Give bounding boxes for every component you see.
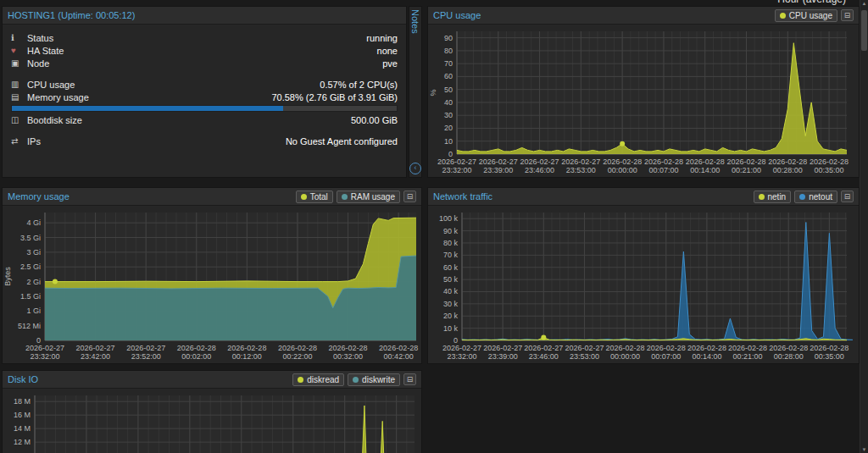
- svg-text:60: 60: [444, 72, 453, 80]
- status-row-value: 0.57% of 2 CPU(s): [320, 80, 398, 90]
- svg-text:2026-02-28: 2026-02-28: [603, 157, 642, 166]
- panel-title-disk: Disk IO: [8, 374, 38, 384]
- svg-text:23:42:00: 23:42:00: [81, 352, 110, 361]
- legend-dot-icon: [799, 194, 805, 200]
- cpu-chart-legend: CPU usage: [775, 9, 837, 22]
- svg-text:20 k: 20 k: [443, 312, 459, 320]
- svg-text:70: 70: [444, 59, 453, 68]
- vm-status-panel-header: HOSTING1 (Uptime: 00:05:12): [3, 7, 406, 25]
- cpu-usage-chart: 01020304050607080902026-02-2723:32:00202…: [428, 25, 859, 177]
- svg-text:23:53:00: 23:53:00: [566, 166, 596, 174]
- status-row: ▤Memory usage70.58% (2.76 GiB of 3.91 Gi…: [11, 91, 398, 103]
- svg-text:2026-02-27: 2026-02-27: [561, 157, 600, 166]
- legend-dot-icon: [780, 13, 786, 19]
- legend-label: diskwrite: [362, 375, 395, 384]
- svg-text:512 Mi: 512 Mi: [18, 322, 41, 330]
- status-row-label: HA State: [27, 46, 377, 56]
- svg-text:2026-02-28: 2026-02-28: [686, 157, 725, 166]
- svg-text:2026-02-28: 2026-02-28: [728, 344, 767, 352]
- svg-text:23:39:00: 23:39:00: [483, 166, 513, 174]
- legend-item-netout[interactable]: netout: [794, 191, 837, 203]
- scroll-up-icon[interactable]: ▲: [860, 1, 868, 6]
- notes-panel-label: Notes: [410, 9, 420, 34]
- svg-text:14 M: 14 M: [14, 424, 31, 433]
- scrollbar-thumb[interactable]: [861, 10, 867, 51]
- svg-text:%: %: [429, 89, 437, 96]
- legend-item-netin[interactable]: netin: [754, 191, 792, 203]
- svg-text:2026-02-28: 2026-02-28: [726, 157, 765, 166]
- svg-text:1 Gi: 1 Gi: [26, 307, 41, 315]
- legend-dot-icon: [353, 377, 359, 383]
- vertical-scrollbar[interactable]: ▲ ▼: [860, 0, 868, 453]
- svg-text:2026-02-28: 2026-02-28: [687, 344, 726, 352]
- svg-text:3.5 Gi: 3.5 Gi: [20, 234, 41, 242]
- svg-text:70 k: 70 k: [443, 251, 459, 259]
- svg-text:12 M: 12 M: [14, 438, 31, 446]
- svg-text:2026-02-28: 2026-02-28: [769, 344, 808, 352]
- svg-text:2026-02-28: 2026-02-28: [647, 344, 686, 352]
- status-row-label: CPU usage: [27, 80, 320, 90]
- legend-item-diskwrite[interactable]: diskwrite: [348, 373, 400, 386]
- svg-text:23:32:00: 23:32:00: [30, 352, 59, 361]
- memory-usage-panel: Memory usage TotalRAM usage ⊟ 0512 Mi1 G…: [2, 187, 422, 364]
- network-arrows-icon: ⇄: [11, 136, 27, 146]
- svg-text:4 Gi: 4 Gi: [26, 218, 41, 227]
- svg-text:00:32:00: 00:32:00: [333, 352, 363, 361]
- svg-text:00:07:00: 00:07:00: [651, 352, 681, 361]
- svg-text:00:35:00: 00:35:00: [815, 166, 844, 174]
- svg-text:18 M: 18 M: [14, 397, 31, 406]
- svg-text:00:22:00: 00:22:00: [282, 352, 312, 361]
- svg-text:00:00:00: 00:00:00: [610, 352, 640, 361]
- undock-chart-icon[interactable]: ⊟: [403, 373, 416, 385]
- svg-text:2026-02-27: 2026-02-27: [76, 344, 115, 352]
- cpu-usage-panel: CPU usage CPU usage ⊟ 010203040506070809…: [427, 6, 860, 178]
- svg-text:90: 90: [444, 34, 453, 42]
- svg-text:00:35:00: 00:35:00: [815, 352, 844, 361]
- svg-text:23:46:00: 23:46:00: [529, 352, 559, 361]
- status-row: ⇄IPsNo Guest Agent configured: [11, 135, 398, 147]
- memory-usage-chart: 0512 Mi1 Gi1.5 Gi2 Gi2.5 Gi3 Gi3.5 Gi4 G…: [3, 206, 421, 363]
- svg-text:2026-02-27: 2026-02-27: [483, 344, 522, 352]
- legend-label: netout: [809, 192, 832, 202]
- legend-label: netin: [768, 192, 787, 202]
- svg-text:00:21:00: 00:21:00: [733, 352, 763, 361]
- memory-icon: ▤: [11, 92, 27, 102]
- undock-chart-icon[interactable]: ⊟: [841, 9, 854, 21]
- scroll-down-icon[interactable]: ▼: [860, 447, 868, 452]
- svg-text:Bytes: Bytes: [3, 267, 12, 286]
- svg-text:90 k: 90 k: [443, 227, 459, 235]
- undock-chart-icon[interactable]: ⊟: [403, 191, 416, 202]
- svg-text:80 k: 80 k: [443, 239, 459, 247]
- svg-text:2026-02-28: 2026-02-28: [810, 344, 849, 352]
- svg-text:2026-02-28: 2026-02-28: [606, 344, 645, 352]
- legend-item-cpu-usage[interactable]: CPU usage: [775, 9, 837, 22]
- legend-item-diskread[interactable]: diskread: [292, 373, 344, 386]
- status-row-value: 500.00 GiB: [351, 115, 398, 125]
- legend-label: diskread: [307, 375, 339, 384]
- disk-chart-legend: diskreaddiskwrite: [292, 373, 400, 386]
- disk-io-chart: 02 M4 M6 M8 M10 M12 M14 M16 M18 M2026-02…: [3, 389, 421, 453]
- vm-title: HOSTING1 (Uptime: 00:05:12): [8, 10, 135, 20]
- svg-text:2026-02-28: 2026-02-28: [227, 344, 266, 352]
- svg-text:23:32:00: 23:32:00: [447, 352, 476, 361]
- svg-text:00:28:00: 00:28:00: [773, 166, 803, 174]
- svg-text:40: 40: [444, 98, 453, 107]
- svg-text:2026-02-27: 2026-02-27: [565, 344, 604, 352]
- svg-text:23:46:00: 23:46:00: [525, 166, 554, 174]
- svg-text:2026-02-28: 2026-02-28: [644, 157, 683, 166]
- status-row-label: IPs: [27, 136, 286, 146]
- svg-text:60 k: 60 k: [443, 263, 459, 272]
- panel-title-network: Network traffic: [433, 191, 492, 202]
- svg-text:23:39:00: 23:39:00: [488, 352, 518, 361]
- undock-chart-icon[interactable]: ⊟: [841, 191, 854, 202]
- status-row-value: 70.58% (2.76 GiB of 3.91 GiB): [271, 92, 398, 102]
- network-traffic-panel: Network traffic netinnetout ⊟ 010 k20 k3…: [427, 187, 860, 364]
- legend-dot-icon: [759, 194, 765, 200]
- notes-panel-collapsed[interactable]: Notes ‹: [409, 6, 422, 178]
- svg-text:30: 30: [444, 111, 453, 119]
- svg-text:00:14:00: 00:14:00: [690, 166, 720, 174]
- legend-item-total[interactable]: Total: [296, 191, 333, 203]
- legend-item-ram-usage[interactable]: RAM usage: [337, 191, 400, 203]
- timeframe-select[interactable]: Hour (average): [777, 0, 846, 5]
- expand-notes-icon[interactable]: ‹: [409, 163, 421, 174]
